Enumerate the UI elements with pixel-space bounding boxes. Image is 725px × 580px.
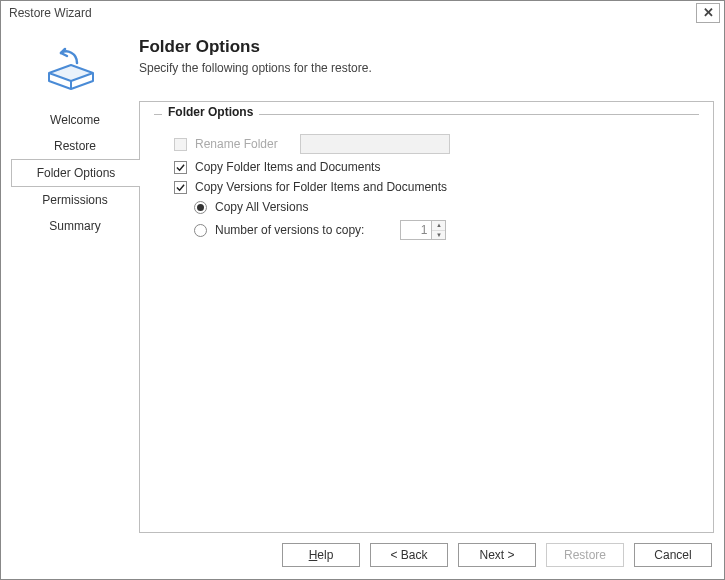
- spinner-down-button[interactable]: ▼: [432, 231, 445, 240]
- chevron-up-icon: ▲: [436, 222, 442, 228]
- restore-button: Restore: [546, 543, 624, 567]
- check-icon: [176, 183, 185, 192]
- header-text: Folder Options Specify the following opt…: [131, 37, 714, 75]
- chevron-down-icon: ▼: [436, 232, 442, 238]
- row-copy-versions: Copy Versions for Folder Items and Docum…: [166, 180, 687, 194]
- restore-label: Restore: [564, 548, 606, 562]
- spinner-up-button[interactable]: ▲: [432, 221, 445, 231]
- copy-all-versions-radio[interactable]: [194, 201, 207, 214]
- rename-folder-checkbox: [174, 138, 187, 151]
- sidebar-item-label: Welcome: [50, 113, 100, 127]
- page-title: Folder Options: [139, 37, 714, 57]
- page-subtitle: Specify the following options for the re…: [139, 61, 714, 75]
- sidebar-item-restore[interactable]: Restore: [11, 133, 139, 159]
- copy-all-versions-label: Copy All Versions: [215, 200, 308, 214]
- rename-folder-input: [300, 134, 450, 154]
- sidebar-item-label: Folder Options: [37, 166, 116, 180]
- back-label: < Back: [390, 548, 427, 562]
- rename-folder-label: Rename Folder: [195, 137, 278, 151]
- cancel-button[interactable]: Cancel: [634, 543, 712, 567]
- radio-dot-icon: [197, 204, 204, 211]
- number-versions-label: Number of versions to copy:: [215, 223, 364, 237]
- versions-spinner-input[interactable]: [401, 221, 431, 239]
- button-row: Help < Back Next > Restore Cancel: [11, 533, 714, 569]
- check-icon: [176, 163, 185, 172]
- titlebar: Restore Wizard ✕: [1, 1, 724, 25]
- next-label: Next >: [479, 548, 514, 562]
- cancel-label: Cancel: [654, 548, 691, 562]
- close-icon: ✕: [703, 5, 714, 20]
- next-button[interactable]: Next >: [458, 543, 536, 567]
- sidebar-item-summary[interactable]: Summary: [11, 213, 139, 239]
- copy-versions-checkbox[interactable]: [174, 181, 187, 194]
- window-title: Restore Wizard: [9, 6, 696, 20]
- sidebar-item-permissions[interactable]: Permissions: [11, 187, 139, 213]
- restore-icon: [41, 41, 101, 91]
- main-row: Welcome Restore Folder Options Permissio…: [11, 101, 714, 533]
- sidebar-item-folder-options[interactable]: Folder Options: [11, 159, 140, 187]
- copy-items-checkbox[interactable]: [174, 161, 187, 174]
- sidebar-item-label: Summary: [49, 219, 100, 233]
- copy-items-label: Copy Folder Items and Documents: [195, 160, 380, 174]
- row-copy-items: Copy Folder Items and Documents: [166, 160, 687, 174]
- help-label-rest: elp: [317, 548, 333, 562]
- wizard-icon-wrap: [11, 37, 131, 91]
- sidebar: Welcome Restore Folder Options Permissio…: [11, 101, 139, 533]
- copy-versions-label: Copy Versions for Folder Items and Docum…: [195, 180, 447, 194]
- restore-wizard-window: Restore Wizard ✕: [0, 0, 725, 580]
- group-legend: Folder Options: [162, 105, 259, 119]
- folder-options-group: Folder Options Rename Folder Copy Folder…: [154, 114, 699, 258]
- content-panel: Folder Options Rename Folder Copy Folder…: [139, 101, 714, 533]
- page-header: Folder Options Specify the following opt…: [11, 31, 714, 101]
- close-button[interactable]: ✕: [696, 3, 720, 23]
- back-button[interactable]: < Back: [370, 543, 448, 567]
- row-copy-all-versions: Copy All Versions: [166, 200, 687, 214]
- row-number-versions: Number of versions to copy: ▲ ▼: [166, 220, 687, 240]
- body: Folder Options Specify the following opt…: [1, 25, 724, 579]
- sidebar-item-label: Restore: [54, 139, 96, 153]
- sidebar-item-welcome[interactable]: Welcome: [11, 107, 139, 133]
- help-button[interactable]: Help: [282, 543, 360, 567]
- sidebar-item-label: Permissions: [42, 193, 107, 207]
- row-rename-folder: Rename Folder: [166, 134, 687, 154]
- versions-spinner[interactable]: ▲ ▼: [400, 220, 446, 240]
- number-versions-radio[interactable]: [194, 224, 207, 237]
